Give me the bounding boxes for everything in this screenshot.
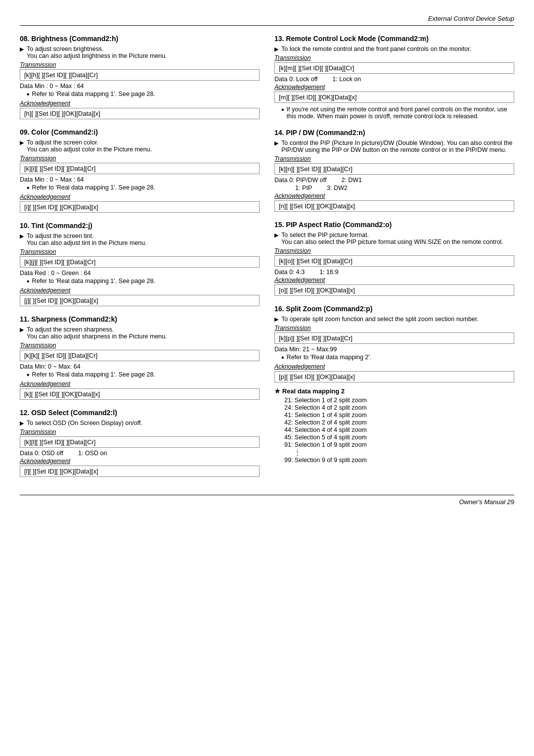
arrow-icon-12: ▶ [20,420,24,426]
section-09: 09. Color (Command2:i) ▶ To adjust the s… [20,128,260,213]
real-data-title-text: Real data mapping 2 [282,387,345,395]
section-14: 14. PIP / DW (Command2:n) ▶ To control t… [274,129,514,212]
section-13-desc-text: To lock the remote control and the front… [281,46,471,52]
section-09-tx-label: Transmission [20,155,260,162]
section-15: 15. PIP Aspect Ratio (Command2:o) ▶ To s… [274,221,514,296]
section-09-title: 09. Color (Command2:i) [20,128,260,136]
footer-text: Owner's Manual 29 [459,498,514,506]
list-item: 44: Selection 4 of 4 split zoom [284,426,514,433]
section-12-desc-text: To select OSD (On Screen Display) on/off… [27,420,142,426]
list-item: ⋮ [284,449,514,456]
dot-icon-09: • [27,184,30,192]
section-15-desc: ▶ To select the PIP picture format.You c… [274,232,514,245]
section-08-ack-code: [h][ ][Set ID][ ][OK][Data][x] [20,108,260,119]
section-15-desc-text: To select the PIP picture format.You can… [281,232,503,245]
page: External Control Device Setup 08. Bright… [0,0,534,756]
arrow-icon-15: ▶ [274,232,278,238]
section-08-ack-label: Acknowledgement [20,100,260,107]
section-15-tx-code: [k][o][ ][Set ID][ ][Data][Cr] [274,255,514,267]
section-13-ack-code: [m][ ][Set ID][ ][OK][Data][x] [274,92,514,103]
section-16: 16. Split Zoom (Command2:p) ▶ To operate… [274,305,514,464]
section-08-desc: ▶ To adjust screen brightness.You can al… [20,46,260,59]
section-13-ack-label: Acknowledgement [274,84,514,91]
section-10-note-text: Refer to 'Real data mapping 1'. See page… [32,278,155,284]
section-10-tx-label: Transmission [20,248,260,255]
section-15-ack-label: Acknowledgement [274,277,514,284]
section-10-desc: ▶ To adjust the screen tint.You can also… [20,233,260,246]
section-13-tx-code: [k][m][ ][Set ID][ ][Data][Cr] [274,62,514,74]
header-title: External Control Device Setup [428,15,514,22]
section-10-desc-text: To adjust the screen tint.You can also a… [27,233,147,246]
section-16-ack-label: Acknowledgement [274,363,514,370]
section-08-data: Data Min : 0 ~ Max : 64 [20,83,260,90]
dot-icon-13: • [281,106,284,114]
section-11-tx-label: Transmission [20,342,260,349]
section-09-note: • Refer to 'Real data mapping 1'. See pa… [27,184,260,192]
dot-icon-11: • [27,371,30,379]
section-16-title: 16. Split Zoom (Command2:p) [274,305,514,313]
section-14-data-11: 3: DW2 [327,185,348,191]
section-16-tx-code: [k][p][ ][Set ID][ ][Data][Cr] [274,332,514,344]
section-11: 11. Sharpness (Command2:k) ▶ To adjust t… [20,315,260,400]
arrow-icon-10: ▶ [20,233,24,239]
dot-icon-08: • [27,91,30,98]
list-item: 42: Selection 2 of 4 split zoom [284,419,514,426]
section-15-data-1: 1: 16:9 [319,269,338,276]
section-12-data-row: Data 0: OSD off 1: OSD on [20,450,260,457]
ellipsis-icon: ⋮ [294,449,301,456]
section-09-note-text: Refer to 'Real data mapping 1'. See page… [32,184,155,191]
section-13-data-1: 1: Lock on [332,76,361,83]
section-09-ack-code: [i][ ][Set ID][ ][OK][Data][x] [20,201,260,213]
section-12-ack-code: [l][ ][Set ID][ ][OK][Data][x] [20,466,260,477]
section-12-desc: ▶ To select OSD (On Screen Display) on/o… [20,420,260,426]
section-16-desc: ▶ To operate split zoom function and sel… [274,316,514,323]
footer: Owner's Manual 29 [20,495,514,506]
section-15-ack-code: [o][ ][Set ID][ ][OK][Data][x] [274,284,514,296]
section-11-ack-code: [k][ ][Set ID][ ][OK][Data][x] [20,388,260,400]
section-14-data-10: 1: PIP [295,185,312,191]
section-14-desc: ▶ To control the PIP (Picture In picture… [274,140,514,153]
section-16-desc-text: To operate split zoom function and selec… [281,316,479,323]
dot-icon-16: • [281,354,284,362]
section-08-tx-code: [k][h][ ][Set ID][ ][Data][Cr] [20,69,260,81]
section-14-data-00: Data 0: PIP/DW off [274,177,326,184]
arrow-icon-08: ▶ [20,46,24,52]
section-13-title: 13. Remote Control Lock Mode (Command2:m… [274,35,514,43]
section-11-desc-text: To adjust the screen sharpness.You can a… [27,326,167,340]
section-11-title: 11. Sharpness (Command2:k) [20,315,260,323]
section-08: 08. Brightness (Command2:h) ▶ To adjust … [20,35,260,119]
section-10-ack-code: [j][ ][Set ID][ ][OK][Data][x] [20,295,260,306]
section-15-tx-label: Transmission [274,247,514,254]
section-14-desc-text: To control the PIP (Picture In picture)/… [281,140,514,153]
section-11-desc: ▶ To adjust the screen sharpness.You can… [20,326,260,340]
section-13-note-text: If you're not using the remote control a… [287,106,514,120]
list-item: 45: Selection 5 of 4 split zoom [284,434,514,441]
arrow-icon-14: ▶ [274,140,278,146]
section-08-desc-text: To adjust screen brightness.You can also… [27,46,167,59]
arrow-icon-09: ▶ [20,140,24,146]
section-14-data-01: 2: DW1 [341,177,362,184]
section-14-data-row-1: Data 0: PIP/DW off 2: DW1 [274,177,514,184]
section-14-ack-label: Acknowledgement [274,192,514,199]
section-15-data-0: Data 0: 4:3 [274,269,305,276]
section-12: 12. OSD Select (Command2:l) ▶ To select … [20,409,260,477]
section-10-data: Data Red : 0 ~ Green : 64 [20,270,260,277]
section-14-tx-label: Transmission [274,155,514,162]
section-13: 13. Remote Control Lock Mode (Command2:m… [274,35,514,120]
section-12-title: 12. OSD Select (Command2:l) [20,409,260,417]
right-column: 13. Remote Control Lock Mode (Command2:m… [274,35,514,486]
arrow-icon-11: ▶ [20,327,24,333]
main-content: 08. Brightness (Command2:h) ▶ To adjust … [20,35,514,486]
section-16-note-text: Refer to 'Real data mapping 2'. [287,354,372,361]
dot-icon-10: • [27,278,30,285]
section-11-data: Data Min: 0 ~ Max: 64 [20,363,260,370]
section-11-ack-label: Acknowledgement [20,380,260,387]
left-column: 08. Brightness (Command2:h) ▶ To adjust … [20,35,260,486]
real-data-list: 21: Selection 1 of 2 split zoom 24: Sele… [284,397,514,464]
section-12-tx-label: Transmission [20,428,260,435]
section-08-note-text: Refer to 'Real data mapping 1'. See page… [32,91,155,97]
section-09-desc: ▶ To adjust the screen color.You can als… [20,139,260,153]
section-11-tx-code: [k][k][ ][Set ID][ ][Data][Cr] [20,350,260,361]
section-12-tx-code: [k][l][ ][Set ID][ ][Data][Cr] [20,436,260,448]
section-16-note: • Refer to 'Real data mapping 2'. [281,354,514,362]
